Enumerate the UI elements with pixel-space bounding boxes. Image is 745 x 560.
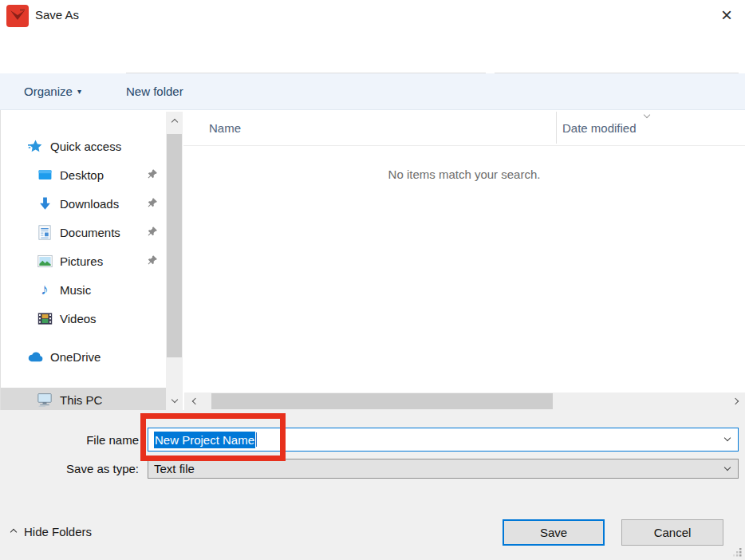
horizontal-scrollbar-thumb[interactable] <box>211 393 553 409</box>
organize-label: Organize <box>24 85 73 98</box>
desktop-icon <box>37 167 53 183</box>
sidebar-item-onedrive[interactable]: OneDrive <box>0 345 166 369</box>
sidebar-item-label: Documents <box>60 226 120 239</box>
pictures-icon <box>37 253 53 269</box>
sidebar-item-desktop[interactable]: Desktop <box>0 163 166 187</box>
pin-icon <box>147 168 158 183</box>
empty-folder-message: No items match your search. <box>183 168 745 181</box>
file-name-dropdown-chevron-icon[interactable] <box>724 435 731 441</box>
close-icon[interactable]: × <box>712 2 741 29</box>
sidebar-item-label: Pictures <box>60 254 103 268</box>
app-logo-v-icon <box>8 6 27 26</box>
sidebar-item-label: Music <box>60 283 91 297</box>
footer-panel: File name New Project Name Save as type:… <box>0 410 745 560</box>
file-name-label: File name <box>0 433 139 447</box>
collapse-chevron-icon <box>10 528 17 534</box>
sidebar-item-downloads[interactable]: Downloads <box>0 191 166 215</box>
pin-icon <box>147 254 158 269</box>
scroll-right-icon[interactable] <box>726 392 745 410</box>
annotation-highlight-box <box>140 413 286 461</box>
sidebar-item-this-pc[interactable]: This PC <box>0 388 166 412</box>
sidebar-item-label: Downloads <box>60 197 119 211</box>
horizontal-scrollbar[interactable] <box>184 392 745 410</box>
command-toolbar: Organize ▾ New folder ▾ ? <box>0 73 745 110</box>
column-separator[interactable] <box>556 112 557 144</box>
save-as-type-value: Text file <box>154 462 195 475</box>
this-pc-icon <box>37 392 53 408</box>
pin-icon <box>147 226 158 240</box>
sidebar-item-label: Videos <box>60 312 97 325</box>
new-folder-button[interactable]: New folder <box>120 73 190 109</box>
sidebar-item-label: OneDrive <box>50 350 101 364</box>
cancel-button[interactable]: Cancel <box>621 519 723 546</box>
scroll-up-icon[interactable] <box>166 113 183 131</box>
header-underline <box>183 145 745 146</box>
save-as-type-select[interactable]: Text file <box>148 459 739 479</box>
sidebar-item-label: Quick access <box>50 140 121 153</box>
column-header-date-modified[interactable]: Date modified <box>562 121 637 135</box>
hide-folders-label: Hide Folders <box>24 525 92 538</box>
music-note-icon: ♪ <box>37 282 53 298</box>
sidebar-item-pictures[interactable]: Pictures <box>0 249 166 273</box>
window-title: Save As <box>35 8 79 22</box>
organize-caret-icon: ▾ <box>77 87 81 96</box>
scroll-down-icon[interactable] <box>166 391 183 408</box>
column-filter-chevron-icon[interactable] <box>644 112 650 118</box>
sidebar-item-quick-access[interactable]: Quick access <box>0 134 166 158</box>
quick-access-star-icon <box>27 138 43 154</box>
pane-divider <box>0 110 1 412</box>
sidebar-item-videos[interactable]: Videos <box>0 306 166 330</box>
sidebar-item-label: This PC <box>60 393 102 407</box>
new-folder-label: New folder <box>126 85 183 98</box>
navigation-pane: Quick access Desktop Downloads Doc <box>0 110 166 412</box>
organize-button[interactable]: Organize ▾ <box>18 73 88 109</box>
save-button[interactable]: Save <box>503 519 605 546</box>
videos-film-icon <box>37 310 53 326</box>
hide-folders-button[interactable]: Hide Folders <box>11 525 92 538</box>
cancel-button-label: Cancel <box>654 526 692 539</box>
file-list-area: Name Date modified No items match your s… <box>183 110 745 392</box>
app-icon <box>6 5 29 27</box>
pin-icon <box>147 197 158 211</box>
sidebar-scrollbar-thumb[interactable] <box>167 134 182 357</box>
save-as-dialog: Save As × ← → ↑ This PC Downloads ↻ <box>0 0 745 560</box>
downloads-icon <box>37 195 53 211</box>
save-as-type-label: Save as type: <box>0 462 139 475</box>
column-header-name[interactable]: Name <box>209 121 241 135</box>
resize-grip[interactable] <box>732 547 743 558</box>
onedrive-cloud-icon <box>27 349 43 365</box>
sidebar-scrollbar[interactable] <box>166 112 183 410</box>
sidebar-item-documents[interactable]: Documents <box>0 220 166 244</box>
title-bar: Save As × <box>0 0 745 32</box>
documents-icon <box>37 224 53 240</box>
sidebar-item-label: Desktop <box>60 168 104 182</box>
sidebar-item-music[interactable]: ♪ Music <box>0 278 166 302</box>
save-button-label: Save <box>540 526 567 539</box>
scroll-left-icon[interactable] <box>186 392 205 410</box>
save-as-type-chevron-icon <box>724 463 731 470</box>
navigation-bar: ← → ↑ This PC Downloads ↻ <box>0 32 745 73</box>
